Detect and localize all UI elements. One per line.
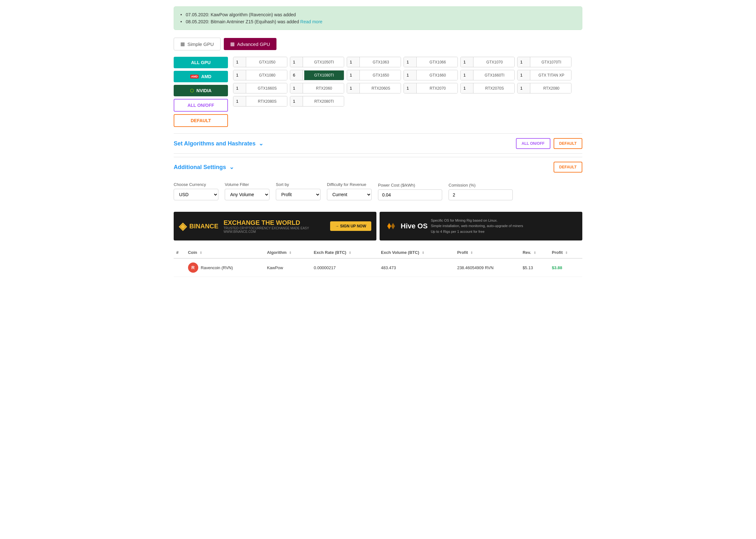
amd-button[interactable]: AMD AMD xyxy=(174,71,228,82)
gpu-qty-gtx1080ti[interactable] xyxy=(290,70,303,80)
commission-input[interactable] xyxy=(448,190,513,200)
gpu-item-rtx2080ti: RTX2080TI xyxy=(290,96,344,107)
col-exch-volume[interactable]: Exch Volume (BTC) ⇕ xyxy=(378,247,455,258)
gpu-label-rtx2080[interactable]: RTX2080 xyxy=(531,84,571,93)
nvidia-button[interactable]: ⬡ NVIDIA xyxy=(174,85,228,96)
gpu-label-rtx2060s[interactable]: RTX2060S xyxy=(361,84,401,93)
gpu-label-gtx1660ti[interactable]: GTX1660TI xyxy=(475,70,514,80)
hiveos-name: Hive OS xyxy=(401,222,427,230)
gpu-qty-gtx1063[interactable] xyxy=(347,57,360,67)
table-header-row: # Coin ⇕ Algorithm ⇕ Exch Rate (BTC) ⇕ E… xyxy=(174,247,582,258)
col-exch-rate[interactable]: Exch Rate (BTC) ⇕ xyxy=(311,247,379,258)
binance-sub-text: TRUSTED CRYPTOCURRENCY EXCHANGE MADE EAS… xyxy=(224,226,309,230)
gpu-label-gtx1050[interactable]: GTX1050 xyxy=(247,57,287,67)
gpu-label-rtx2070s[interactable]: RTX2070S xyxy=(475,84,514,93)
col-rev[interactable]: Rev. ⇕ xyxy=(520,247,549,258)
gpu-qty-gtx1080[interactable] xyxy=(234,70,246,80)
gpu-qty-rtx2060s[interactable] xyxy=(347,83,360,93)
gpu-item-gtx1070: GTX1070 xyxy=(460,57,515,67)
gpu-qty-gtx1066[interactable] xyxy=(404,57,417,67)
algorithms-default-button[interactable]: DEFAULT xyxy=(554,138,582,149)
banners: ◈ BINANCE EXCHANGE THE WORLD TRUSTED CRY… xyxy=(174,212,582,241)
col-algorithm[interactable]: Algorithm ⇕ xyxy=(264,247,311,258)
binance-text: EXCHANGE THE WORLD TRUSTED CRYPTOCURRENC… xyxy=(224,219,309,233)
col-profit[interactable]: Profit ⇕ xyxy=(455,247,520,258)
gpu-item-gtx1660ti: GTX1660TI xyxy=(460,70,515,80)
additional-settings-title[interactable]: Additional Settings ⌄ xyxy=(174,164,234,171)
gpu-label-gtxtitanxp[interactable]: GTX TITAN XP xyxy=(531,70,571,80)
advanced-gpu-button[interactable]: ▦ Advanced GPU xyxy=(224,38,276,50)
gpu-label-rtx2080ti[interactable]: RTX2080TI xyxy=(304,97,344,106)
gpu-qty-gtx1070[interactable] xyxy=(461,57,473,67)
additional-settings-default-button[interactable]: DEFAULT xyxy=(554,162,582,173)
gpu-item-gtx1080ti: GTX1080TI xyxy=(290,70,344,80)
gpu-qty-rtx2080[interactable] xyxy=(518,83,530,93)
profit-sort-icon: ⇕ xyxy=(470,251,473,255)
binance-url: WWW.BINANCE.COM xyxy=(224,230,309,233)
amd-icon: AMD xyxy=(190,75,199,78)
notice-bar: 07.05.2020: KawPow algorithm (Ravencoin)… xyxy=(174,6,582,30)
gpu-qty-gtx1650[interactable] xyxy=(347,70,360,80)
all-on-off-button[interactable]: ALL ON/OFF xyxy=(174,99,228,112)
hiveos-desc: Specific OS for Mining Rig based on Linu… xyxy=(431,218,523,235)
row-exch-volume: 483.473 xyxy=(378,258,455,277)
gpu-qty-gtxtitanxp[interactable] xyxy=(518,70,530,80)
gpu-label-gtx1066[interactable]: GTX1066 xyxy=(418,57,457,67)
gpu-label-gtx1650[interactable]: GTX1650 xyxy=(361,70,401,80)
algorithms-title[interactable]: Set Algorithms and Hashrates ⌄ xyxy=(174,140,263,147)
binance-main-text: EXCHANGE THE WORLD xyxy=(224,219,309,226)
gpu-qty-rtx2070s[interactable] xyxy=(461,83,473,93)
hiveos-banner[interactable]: Hive OS Specific OS for Mining Rig based… xyxy=(380,212,582,241)
rev-sort-icon: ⇕ xyxy=(533,251,536,255)
gpu-qty-rtx2060[interactable] xyxy=(290,83,303,93)
gpu-label-gtx1080ti[interactable]: GTX1080TI xyxy=(304,70,344,80)
gpu-qty-gtx1050[interactable] xyxy=(234,57,246,67)
gpu-qty-rtx2080s[interactable] xyxy=(234,96,246,106)
gpu-sidebar: ALL GPU AMD AMD ⬡ NVIDIA ALL ON/OFF DEFA… xyxy=(174,57,228,127)
gpu-label-rtx2070[interactable]: RTX2070 xyxy=(418,84,457,93)
col-coin[interactable]: Coin ⇕ xyxy=(185,247,265,258)
commission-label: Comission (%) xyxy=(448,183,513,188)
all-gpu-button[interactable]: ALL GPU xyxy=(174,57,228,68)
gpu-item-gtx1070ti: GTX1070TI xyxy=(517,57,571,67)
gpu-label-gtx1070[interactable]: GTX1070 xyxy=(475,57,514,67)
gpu-label-gtx1063[interactable]: GTX1063 xyxy=(361,57,401,67)
gpu-label-gtx1080[interactable]: GTX1080 xyxy=(247,70,287,80)
gpu-item-gtx1080: GTX1080 xyxy=(233,70,287,80)
simple-gpu-button[interactable]: ▦ Simple GPU xyxy=(174,38,221,50)
binance-banner[interactable]: ◈ BINANCE EXCHANGE THE WORLD TRUSTED CRY… xyxy=(174,212,376,241)
gpu-label-gtx1050ti[interactable]: GTX1050TI xyxy=(304,57,344,67)
gpu-label-gtx1660s[interactable]: GTX1660S xyxy=(247,84,287,93)
volume-select[interactable]: Any Volume xyxy=(225,189,269,200)
gpu-qty-gtx1660[interactable] xyxy=(404,70,417,80)
nvidia-icon: ⬡ xyxy=(190,88,194,93)
currency-select[interactable]: USD EUR BTC xyxy=(174,189,218,200)
difficulty-select[interactable]: Current xyxy=(327,189,372,200)
algorithms-on-off-button[interactable]: ALL ON/OFF xyxy=(516,138,550,149)
grid-icon: ▦ xyxy=(180,41,185,47)
default-gpu-button[interactable]: DEFAULT xyxy=(174,114,228,127)
gpu-qty-gtx1050ti[interactable] xyxy=(290,57,303,67)
additional-settings-divider: Additional Settings ⌄ DEFAULT Choose Cur… xyxy=(174,153,582,205)
gpu-label-gtx1660[interactable]: GTX1660 xyxy=(418,70,457,80)
gpu-qty-rtx2080ti[interactable] xyxy=(290,96,303,106)
gpu-label-rtx2080s[interactable]: RTX2080S xyxy=(247,97,287,106)
row-rev: $5.13 xyxy=(520,258,549,277)
gpu-label-rtx2060[interactable]: RTX2060 xyxy=(304,84,344,93)
gpu-qty-gtx1660s[interactable] xyxy=(234,83,246,93)
gpu-qty-gtx1070ti[interactable] xyxy=(518,57,530,67)
col-profit-final[interactable]: Profit ⇕ xyxy=(549,247,582,258)
binance-name: BINANCE xyxy=(189,223,218,230)
binance-cta[interactable]: → SIGN UP NOW xyxy=(330,221,371,231)
gpu-item-rtx2060: RTX2060 xyxy=(290,83,344,94)
sort-select[interactable]: Profit Revenue xyxy=(276,189,321,200)
col-num: # xyxy=(174,247,185,258)
power-input[interactable] xyxy=(378,190,442,200)
gpu-qty-rtx2070[interactable] xyxy=(404,83,417,93)
gpu-label-gtx1070ti[interactable]: GTX1070TI xyxy=(531,57,571,67)
gpu-qty-gtx1660ti[interactable] xyxy=(461,70,473,80)
difficulty-field: Difficulty for Revenue Current xyxy=(327,182,372,200)
read-more-link[interactable]: Read more xyxy=(300,19,323,24)
gpu-item-gtx1660s: GTX1660S xyxy=(233,83,287,94)
coin-name: Ravencoin (RVN) xyxy=(201,266,233,270)
